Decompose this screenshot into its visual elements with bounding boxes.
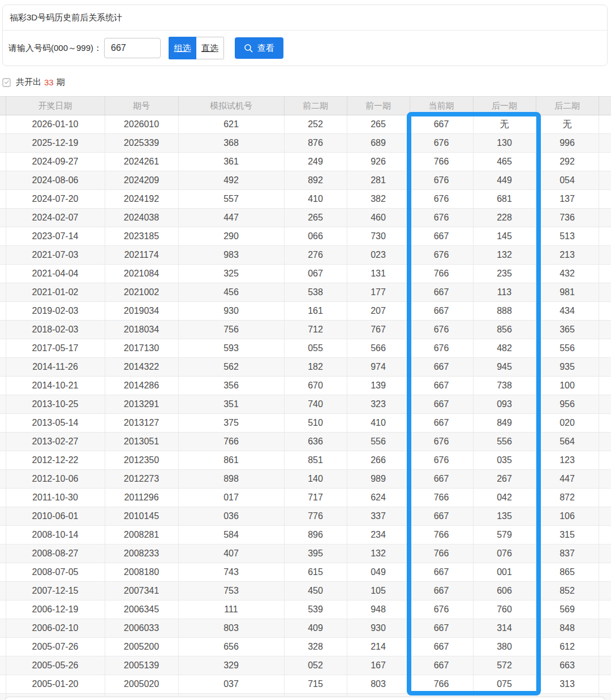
- cell-4: 281: [347, 171, 410, 190]
- cell-4: 105: [347, 582, 410, 600]
- search-icon: [244, 44, 253, 53]
- cell-7: 123: [536, 451, 599, 470]
- cell-5: 676: [410, 433, 473, 451]
- cell-5: 667: [410, 377, 473, 395]
- cell-2: 861: [178, 451, 284, 470]
- cell-0: 2012-12-22: [6, 451, 105, 470]
- summary-prefix: 共开出: [16, 77, 41, 88]
- cell-0: 2024-09-27: [6, 153, 105, 171]
- cell-spacer-right: [599, 302, 611, 321]
- cell-spacer-left: [0, 433, 6, 451]
- cell-2: 407: [178, 545, 284, 563]
- table-row: 2013-10-252013291351740323667093956: [0, 395, 611, 414]
- table-row: 2008-10-142008281584896234766579315: [0, 526, 611, 545]
- cell-0: 2018-02-03: [6, 321, 105, 339]
- cell-7: 137: [536, 190, 599, 209]
- cell-6: 001: [473, 563, 536, 582]
- cell-1: 2013291: [105, 395, 178, 414]
- cell-2: 743: [178, 563, 284, 582]
- cell-7: 981: [536, 283, 599, 302]
- cell-4: 689: [347, 134, 410, 153]
- cell-6: 314: [473, 619, 536, 638]
- cell-3: 896: [284, 526, 347, 545]
- cell-2: 753: [178, 582, 284, 600]
- cell-4: 767: [347, 321, 410, 339]
- table-row: 2014-10-212014286356670139667738100: [0, 377, 611, 395]
- table-row: 2021-01-022021002456538177667113981: [0, 283, 611, 302]
- cell-1: 2012350: [105, 451, 178, 470]
- cell-3: 409: [284, 619, 347, 638]
- table-row: 2005-05-262005139329052167667572663: [0, 656, 611, 675]
- cell-7: 432: [536, 265, 599, 283]
- cell-5: 676: [410, 321, 473, 339]
- cell-5: 667: [410, 582, 473, 600]
- cell-1: 2006033: [105, 619, 178, 638]
- selection-mode-toggle: 组选 直选: [169, 37, 224, 59]
- cell-2: 017: [178, 489, 284, 507]
- table-row: 2019-02-032019034930161207667888434: [0, 302, 611, 321]
- cell-0: 2014-11-26: [6, 358, 105, 377]
- cell-spacer-right: [599, 190, 611, 209]
- cell-4: 930: [347, 619, 410, 638]
- table-row: 2024-02-072024038447265460676228736: [0, 209, 611, 227]
- cell-spacer-left: [0, 489, 6, 507]
- cell-spacer-right: [599, 638, 611, 656]
- cell-spacer-left: [0, 656, 6, 675]
- cell-7: 447: [536, 470, 599, 489]
- cell-4: 207: [347, 302, 410, 321]
- cell-spacer-left: [0, 395, 6, 414]
- cell-5: 667: [410, 283, 473, 302]
- column-header: 后二期: [536, 97, 599, 115]
- cell-7: 313: [536, 675, 599, 694]
- cell-6: 849: [473, 414, 536, 433]
- cell-6: 556: [473, 433, 536, 451]
- clipboard-check-icon: [2, 77, 11, 87]
- cell-0: 2005-07-26: [6, 638, 105, 656]
- cell-4: 049: [347, 563, 410, 582]
- number-input[interactable]: [104, 38, 161, 58]
- cell-1: 2018034: [105, 321, 178, 339]
- cell-3: 140: [284, 470, 347, 489]
- cell-3: 161: [284, 302, 347, 321]
- cell-1: 2024192: [105, 190, 178, 209]
- cell-0: 2025-12-19: [6, 134, 105, 153]
- cell-spacer-left: [0, 171, 6, 190]
- cell-1: 2024261: [105, 153, 178, 171]
- cell-spacer-left: [0, 339, 6, 358]
- cell-3: 539: [284, 600, 347, 619]
- cell-spacer-right: [599, 265, 611, 283]
- cell-0: 2021-07-03: [6, 246, 105, 265]
- cell-0: 2007-12-15: [6, 582, 105, 600]
- group-select-button[interactable]: 组选: [169, 37, 196, 59]
- summary-count: 33: [44, 77, 54, 87]
- cell-1: 2008233: [105, 545, 178, 563]
- cell-6: 无: [473, 115, 536, 134]
- cell-5: 667: [410, 414, 473, 433]
- cell-3: 636: [284, 433, 347, 451]
- cell-5: 676: [410, 171, 473, 190]
- table-row: 2024-08-062024209492892281676449054: [0, 171, 611, 190]
- table-row: 2012-10-062012273898140989667267447: [0, 470, 611, 489]
- cell-5: 667: [410, 470, 473, 489]
- cell-0: 2023-07-14: [6, 227, 105, 246]
- table-row: 2007-12-152007341753450105667606852: [0, 582, 611, 600]
- table-row: 2013-05-142013127375510410667849020: [0, 414, 611, 433]
- cell-1: 2013051: [105, 433, 178, 451]
- table-row: 2023-07-142023185290066730667145513: [0, 227, 611, 246]
- cell-4: 556: [347, 433, 410, 451]
- cell-4: 023: [347, 246, 410, 265]
- cell-spacer-left: [0, 619, 6, 638]
- cell-0: 2024-02-07: [6, 209, 105, 227]
- direct-select-button[interactable]: 直选: [196, 37, 224, 59]
- cell-4: 266: [347, 451, 410, 470]
- cell-4: 234: [347, 526, 410, 545]
- column-header: 开奖日期: [6, 97, 105, 115]
- cell-0: 2010-06-01: [6, 507, 105, 526]
- cell-1: 2007341: [105, 582, 178, 600]
- cell-7: 872: [536, 489, 599, 507]
- table-row: 2013-02-272013051766636556676556564: [0, 433, 611, 451]
- cell-5: 667: [410, 115, 473, 134]
- cell-spacer-right: [599, 321, 611, 339]
- table-row: 2017-05-172017130593055566676482556: [0, 339, 611, 358]
- view-button[interactable]: 查看: [235, 37, 283, 59]
